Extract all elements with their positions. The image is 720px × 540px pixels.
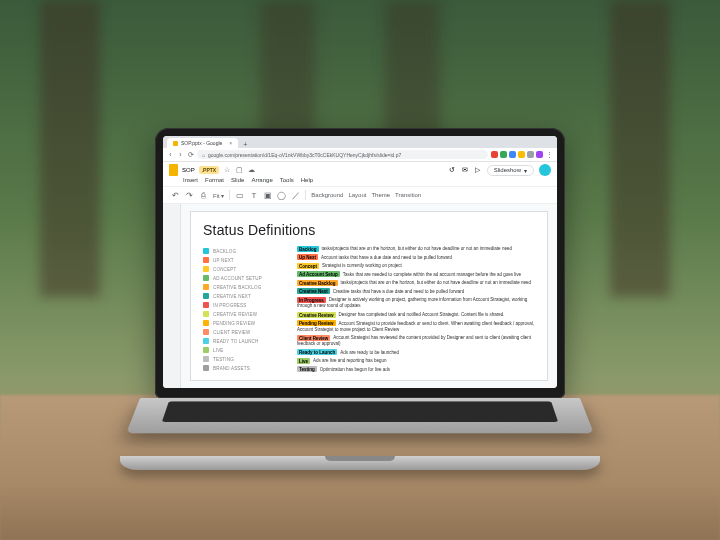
menu-slide[interactable]: Slide bbox=[231, 177, 244, 183]
screen: SOP.pptx - Google × + ‹ › ⟳ ⌂ google.com… bbox=[163, 136, 557, 388]
color-swatch bbox=[203, 293, 209, 299]
slideshow-button[interactable]: Slideshow ▾ bbox=[487, 165, 534, 176]
canvas-wrap: Status Definitions BacklogUp NextConcept… bbox=[181, 204, 557, 388]
laptop-bezel: SOP.pptx - Google × + ‹ › ⟳ ⌂ google.com… bbox=[155, 128, 565, 398]
color-swatch bbox=[203, 275, 209, 281]
extension-icon[interactable] bbox=[536, 151, 543, 158]
comments-icon[interactable]: ✉ bbox=[461, 166, 469, 174]
nav-reload-icon[interactable]: ⟳ bbox=[187, 151, 194, 158]
extension-icon[interactable] bbox=[527, 151, 534, 158]
status-legend: BacklogUp NextConceptAd Account SetupCre… bbox=[203, 246, 283, 373]
legend-label: Client Review bbox=[213, 330, 251, 335]
history-icon[interactable]: ↺ bbox=[448, 166, 456, 174]
slide-thumbnail-rail[interactable] bbox=[163, 204, 181, 388]
definition-row[interactable]: In ProgressDesigner is actively working … bbox=[297, 297, 535, 309]
slide-canvas[interactable]: Status Definitions BacklogUp NextConcept… bbox=[191, 212, 547, 380]
extension-icon[interactable] bbox=[491, 151, 498, 158]
color-swatch bbox=[203, 356, 209, 362]
definition-row[interactable]: Creative ReviewDesigner has completed ta… bbox=[297, 312, 535, 318]
menu-tools[interactable]: Tools bbox=[280, 177, 294, 183]
image-tool-icon[interactable]: ▣ bbox=[263, 191, 272, 200]
nav-forward-icon[interactable]: › bbox=[177, 151, 184, 158]
legend-item: Backlog bbox=[203, 248, 283, 254]
legend-label: Creative Backlog bbox=[213, 285, 261, 290]
color-swatch bbox=[203, 365, 209, 371]
new-tab-button[interactable]: + bbox=[240, 140, 250, 148]
slides-header: SOP .PPTX ☆ ▢ ☁ ↺ ✉ ▷ Slideshow ▾ bbox=[163, 162, 557, 187]
legend-label: BRAND ASSETS bbox=[213, 366, 250, 371]
definition-row[interactable]: Backlogtasks/projects that are on the ho… bbox=[297, 246, 535, 252]
redo-icon[interactable]: ↷ bbox=[185, 191, 194, 200]
status-description: Tasks that are needed to complete within… bbox=[343, 272, 521, 277]
status-description: Creative tasks that have a due date and … bbox=[333, 289, 465, 294]
textbox-tool-icon[interactable]: T bbox=[249, 191, 258, 200]
extension-icon[interactable] bbox=[518, 151, 525, 158]
laptop-keyboard bbox=[126, 398, 594, 433]
color-swatch bbox=[203, 347, 209, 353]
present-icon[interactable]: ▷ bbox=[474, 166, 482, 174]
legend-item: Creative Backlog bbox=[203, 284, 283, 290]
definition-row[interactable]: Creative NextCreative tasks that have a … bbox=[297, 289, 535, 295]
status-description: tasks/projects that are on the horizon, … bbox=[322, 246, 512, 251]
definition-row[interactable]: Ready to LaunchAds are ready to be launc… bbox=[297, 350, 535, 356]
status-tag: Client Review bbox=[297, 335, 330, 341]
legend-item: Concept bbox=[203, 266, 283, 272]
extension-icon[interactable] bbox=[500, 151, 507, 158]
layout-button[interactable]: Layout bbox=[348, 192, 366, 198]
legend-label: In Progress bbox=[213, 303, 246, 308]
menu-help[interactable]: Help bbox=[301, 177, 313, 183]
cloud-status-icon[interactable]: ☁ bbox=[247, 166, 255, 174]
color-swatch bbox=[203, 329, 209, 335]
definition-row[interactable]: ConceptStrategist is currently working o… bbox=[297, 263, 535, 269]
select-tool-icon[interactable]: ▭ bbox=[235, 191, 244, 200]
nav-back-icon[interactable]: ‹ bbox=[167, 151, 174, 158]
definition-row[interactable]: TestingOptimization has begun for live a… bbox=[297, 367, 535, 373]
color-swatch bbox=[203, 248, 209, 254]
slide-title[interactable]: Status Definitions bbox=[203, 222, 535, 238]
status-tag: Ready to Launch bbox=[297, 349, 337, 355]
legend-item: In Progress bbox=[203, 302, 283, 308]
status-tag: Backlog bbox=[297, 246, 319, 252]
tab-close-icon[interactable]: × bbox=[229, 140, 232, 146]
definition-row[interactable]: Pending ReviewAccount Strategist to prov… bbox=[297, 321, 535, 333]
menu-arrange[interactable]: Arrange bbox=[251, 177, 272, 183]
extension-icon[interactable] bbox=[509, 151, 516, 158]
definition-row[interactable]: Client ReviewAccount Strategist has revi… bbox=[297, 335, 535, 347]
definition-row[interactable]: Up NextAccount tasks that have a due dat… bbox=[297, 255, 535, 261]
background-button[interactable]: Background bbox=[311, 192, 343, 198]
move-icon[interactable]: ▢ bbox=[235, 166, 243, 174]
editor-area: Status Definitions BacklogUp NextConcept… bbox=[163, 204, 557, 388]
google-slides-logo-icon[interactable] bbox=[169, 164, 178, 176]
print-icon[interactable]: ⎙ bbox=[199, 191, 208, 200]
legend-label: Ready to Launch bbox=[213, 339, 259, 344]
definition-row[interactable]: Creative Backlogtasks/projects that are … bbox=[297, 280, 535, 286]
laptop-base bbox=[120, 456, 600, 470]
status-description: Designer has completed task and notified… bbox=[339, 312, 505, 317]
legend-label: Testing bbox=[213, 357, 234, 362]
browser-tab-active[interactable]: SOP.pptx - Google × bbox=[167, 138, 238, 148]
address-bar[interactable]: ⌂ google.com/presentation/d/1Eq-oV1nkVWb… bbox=[197, 150, 488, 159]
slideshow-label: Slideshow bbox=[494, 167, 521, 173]
transition-button[interactable]: Transition bbox=[395, 192, 421, 198]
color-swatch bbox=[203, 311, 209, 317]
line-tool-icon[interactable]: ／ bbox=[291, 191, 300, 200]
account-avatar[interactable] bbox=[539, 164, 551, 176]
legend-item: Live bbox=[203, 347, 283, 353]
definition-row[interactable]: Ad Account SetupTasks that are needed to… bbox=[297, 272, 535, 278]
shape-tool-icon[interactable]: ◯ bbox=[277, 191, 286, 200]
doc-title[interactable]: SOP bbox=[182, 167, 195, 173]
status-description: Ads are ready to be launched bbox=[340, 350, 399, 355]
theme-button[interactable]: Theme bbox=[371, 192, 390, 198]
star-icon[interactable]: ☆ bbox=[223, 166, 231, 174]
legend-item: Up Next bbox=[203, 257, 283, 263]
legend-label: Live bbox=[213, 348, 224, 353]
menu-insert[interactable]: Insert bbox=[183, 177, 198, 183]
site-info-icon[interactable]: ⌂ bbox=[202, 152, 205, 158]
definition-row[interactable]: LiveAds are live and reporting has begun bbox=[297, 358, 535, 364]
zoom-selector[interactable]: Fit ▾ bbox=[213, 192, 224, 199]
menu-format[interactable]: Format bbox=[205, 177, 224, 183]
legend-item: Ad Account Setup bbox=[203, 275, 283, 281]
browser-menu-icon[interactable]: ⋮ bbox=[546, 151, 553, 158]
browser-toolbar: ‹ › ⟳ ⌂ google.com/presentation/d/1Eq-oV… bbox=[163, 148, 557, 162]
undo-icon[interactable]: ↶ bbox=[171, 191, 180, 200]
